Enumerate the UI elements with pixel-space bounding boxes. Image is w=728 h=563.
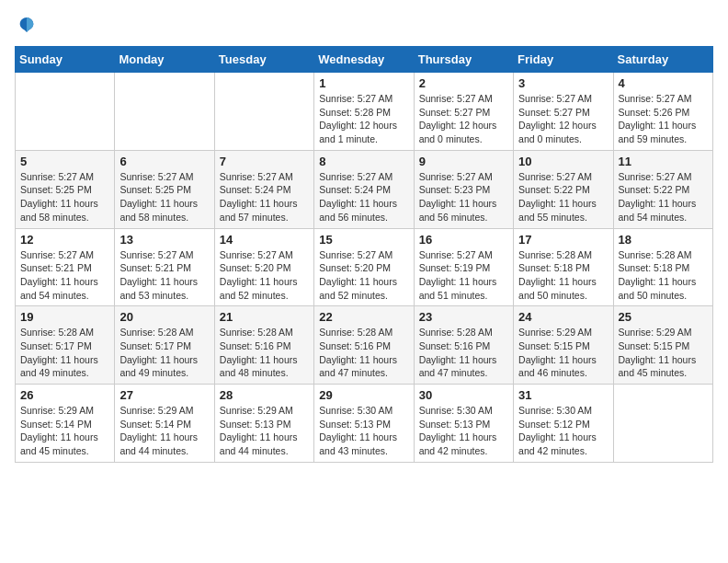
day-number: 23: [419, 310, 508, 324]
calendar-cell: 19Sunrise: 5:28 AMSunset: 5:17 PMDayligh…: [16, 306, 115, 385]
calendar-cell: 11Sunrise: 5:27 AMSunset: 5:22 PMDayligh…: [613, 150, 712, 228]
calendar-cell: 5Sunrise: 5:27 AMSunset: 5:25 PMDaylight…: [16, 150, 115, 228]
day-info: Sunrise: 5:29 AMSunset: 5:14 PMDaylight:…: [119, 404, 209, 458]
day-of-week-header: Sunday: [16, 47, 115, 73]
day-info: Sunrise: 5:28 AMSunset: 5:18 PMDaylight:…: [518, 248, 608, 303]
day-info: Sunrise: 5:27 AMSunset: 5:21 PMDaylight:…: [20, 248, 109, 303]
day-info: Sunrise: 5:27 AMSunset: 5:27 PMDaylight:…: [419, 92, 508, 146]
day-number: 7: [220, 155, 309, 168]
calendar-cell: [214, 73, 313, 151]
calendar-cell: 1Sunrise: 5:27 AMSunset: 5:28 PMDaylight…: [314, 73, 414, 151]
calendar-cell: 2Sunrise: 5:27 AMSunset: 5:27 PMDaylight…: [414, 73, 513, 151]
day-of-week-header: Friday: [514, 47, 613, 73]
calendar-cell: 22Sunrise: 5:28 AMSunset: 5:16 PMDayligh…: [314, 306, 414, 385]
day-of-week-header: Tuesday: [214, 47, 313, 73]
day-info: Sunrise: 5:27 AMSunset: 5:21 PMDaylight:…: [119, 248, 209, 303]
day-number: 19: [20, 310, 109, 324]
day-number: 15: [319, 233, 408, 247]
calendar-cell: 25Sunrise: 5:29 AMSunset: 5:15 PMDayligh…: [613, 306, 712, 385]
day-info: Sunrise: 5:27 AMSunset: 5:22 PMDaylight:…: [619, 170, 708, 224]
day-info: Sunrise: 5:27 AMSunset: 5:25 PMDaylight:…: [20, 170, 109, 224]
calendar-week-row: 19Sunrise: 5:28 AMSunset: 5:17 PMDayligh…: [16, 306, 713, 385]
day-info: Sunrise: 5:27 AMSunset: 5:24 PMDaylight:…: [319, 170, 408, 224]
day-of-week-header: Monday: [115, 47, 214, 73]
day-number: 11: [619, 155, 708, 168]
day-info: Sunrise: 5:27 AMSunset: 5:28 PMDaylight:…: [319, 92, 408, 146]
day-info: Sunrise: 5:27 AMSunset: 5:20 PMDaylight:…: [319, 248, 408, 303]
calendar-cell: [16, 73, 115, 151]
page-header: [15, 15, 713, 39]
calendar-cell: 6Sunrise: 5:27 AMSunset: 5:25 PMDaylight…: [115, 150, 214, 228]
day-number: 17: [518, 233, 608, 247]
calendar-cell: 31Sunrise: 5:30 AMSunset: 5:12 PMDayligh…: [514, 385, 613, 463]
calendar-cell: 27Sunrise: 5:29 AMSunset: 5:14 PMDayligh…: [115, 385, 214, 463]
day-info: Sunrise: 5:27 AMSunset: 5:27 PMDaylight:…: [518, 92, 608, 146]
calendar-cell: 18Sunrise: 5:28 AMSunset: 5:18 PMDayligh…: [613, 228, 712, 306]
calendar-cell: 3Sunrise: 5:27 AMSunset: 5:27 PMDaylight…: [514, 73, 613, 151]
day-number: 5: [20, 155, 109, 168]
calendar-cell: 15Sunrise: 5:27 AMSunset: 5:20 PMDayligh…: [314, 228, 414, 306]
calendar-week-row: 5Sunrise: 5:27 AMSunset: 5:25 PMDaylight…: [16, 150, 713, 228]
calendar-cell: 12Sunrise: 5:27 AMSunset: 5:21 PMDayligh…: [16, 228, 115, 306]
day-number: 18: [619, 233, 708, 247]
calendar-cell: 8Sunrise: 5:27 AMSunset: 5:24 PMDaylight…: [314, 150, 414, 228]
day-number: 14: [220, 233, 309, 247]
day-info: Sunrise: 5:29 AMSunset: 5:13 PMDaylight:…: [220, 404, 309, 458]
day-number: 26: [20, 388, 109, 402]
day-number: 4: [619, 76, 708, 90]
day-number: 10: [518, 155, 608, 168]
calendar-cell: 10Sunrise: 5:27 AMSunset: 5:22 PMDayligh…: [514, 150, 613, 228]
day-info: Sunrise: 5:29 AMSunset: 5:15 PMDaylight:…: [619, 326, 708, 380]
calendar-cell: 23Sunrise: 5:28 AMSunset: 5:16 PMDayligh…: [414, 306, 513, 385]
calendar-cell: [115, 73, 214, 151]
day-number: 27: [119, 388, 209, 402]
day-number: 28: [220, 388, 309, 402]
calendar-header-row: SundayMondayTuesdayWednesdayThursdayFrid…: [16, 47, 713, 73]
day-info: Sunrise: 5:28 AMSunset: 5:16 PMDaylight:…: [220, 326, 309, 380]
day-of-week-header: Saturday: [613, 47, 712, 73]
day-info: Sunrise: 5:30 AMSunset: 5:13 PMDaylight:…: [319, 404, 408, 458]
day-info: Sunrise: 5:27 AMSunset: 5:24 PMDaylight:…: [220, 170, 309, 224]
calendar-cell: 16Sunrise: 5:27 AMSunset: 5:19 PMDayligh…: [414, 228, 513, 306]
day-number: 3: [518, 76, 608, 90]
calendar-cell: 24Sunrise: 5:29 AMSunset: 5:15 PMDayligh…: [514, 306, 613, 385]
calendar-cell: 9Sunrise: 5:27 AMSunset: 5:23 PMDaylight…: [414, 150, 513, 228]
calendar-week-row: 1Sunrise: 5:27 AMSunset: 5:28 PMDaylight…: [16, 73, 713, 151]
logo-icon: [17, 15, 37, 35]
calendar-cell: 20Sunrise: 5:28 AMSunset: 5:17 PMDayligh…: [115, 306, 214, 385]
day-number: 30: [419, 388, 508, 402]
day-number: 31: [518, 388, 608, 402]
day-info: Sunrise: 5:27 AMSunset: 5:19 PMDaylight:…: [419, 248, 508, 303]
day-number: 2: [419, 76, 508, 90]
day-number: 16: [419, 233, 508, 247]
calendar-cell: 13Sunrise: 5:27 AMSunset: 5:21 PMDayligh…: [115, 228, 214, 306]
day-number: 25: [619, 310, 708, 324]
day-info: Sunrise: 5:30 AMSunset: 5:13 PMDaylight:…: [419, 404, 508, 458]
day-info: Sunrise: 5:28 AMSunset: 5:16 PMDaylight:…: [319, 326, 408, 380]
day-info: Sunrise: 5:27 AMSunset: 5:23 PMDaylight:…: [419, 170, 508, 224]
day-info: Sunrise: 5:27 AMSunset: 5:25 PMDaylight:…: [119, 170, 209, 224]
calendar-cell: 21Sunrise: 5:28 AMSunset: 5:16 PMDayligh…: [214, 306, 313, 385]
logo: [15, 15, 39, 39]
calendar-cell: 29Sunrise: 5:30 AMSunset: 5:13 PMDayligh…: [314, 385, 414, 463]
day-number: 20: [119, 310, 209, 324]
day-info: Sunrise: 5:28 AMSunset: 5:18 PMDaylight:…: [619, 248, 708, 303]
day-info: Sunrise: 5:27 AMSunset: 5:22 PMDaylight:…: [518, 170, 608, 224]
calendar-week-row: 26Sunrise: 5:29 AMSunset: 5:14 PMDayligh…: [16, 385, 713, 463]
day-number: 24: [518, 310, 608, 324]
day-of-week-header: Thursday: [414, 47, 513, 73]
day-info: Sunrise: 5:30 AMSunset: 5:12 PMDaylight:…: [518, 404, 608, 458]
calendar-cell: 28Sunrise: 5:29 AMSunset: 5:13 PMDayligh…: [214, 385, 313, 463]
calendar-cell: 26Sunrise: 5:29 AMSunset: 5:14 PMDayligh…: [16, 385, 115, 463]
calendar-cell: 14Sunrise: 5:27 AMSunset: 5:20 PMDayligh…: [214, 228, 313, 306]
day-info: Sunrise: 5:29 AMSunset: 5:15 PMDaylight:…: [518, 326, 608, 380]
day-info: Sunrise: 5:28 AMSunset: 5:17 PMDaylight:…: [119, 326, 209, 380]
calendar-week-row: 12Sunrise: 5:27 AMSunset: 5:21 PMDayligh…: [16, 228, 713, 306]
calendar-cell: 30Sunrise: 5:30 AMSunset: 5:13 PMDayligh…: [414, 385, 513, 463]
day-number: 13: [119, 233, 209, 247]
day-number: 8: [319, 155, 408, 168]
calendar-table: SundayMondayTuesdayWednesdayThursdayFrid…: [15, 46, 713, 463]
day-info: Sunrise: 5:28 AMSunset: 5:16 PMDaylight:…: [419, 326, 508, 380]
day-number: 21: [220, 310, 309, 324]
day-info: Sunrise: 5:27 AMSunset: 5:26 PMDaylight:…: [619, 92, 708, 146]
